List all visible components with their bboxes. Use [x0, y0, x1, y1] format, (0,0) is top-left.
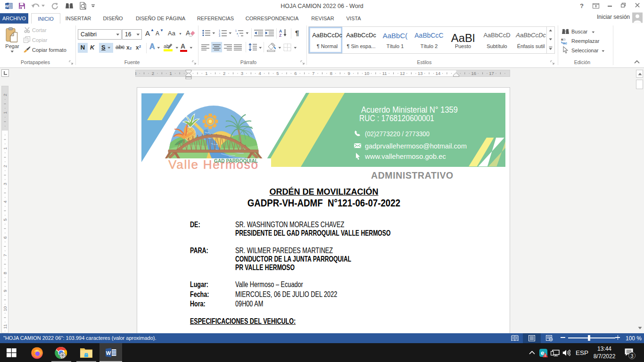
svg-text:2: 2	[152, 71, 154, 76]
svg-text:3: 3	[2, 183, 8, 185]
svg-text:9: 9	[348, 71, 350, 76]
svg-text:(02)2773220 / 2773300: (02)2773220 / 2773300	[365, 130, 429, 138]
svg-text:6: 6	[294, 71, 297, 76]
svg-text:7: 7	[2, 254, 8, 256]
svg-text:6: 6	[2, 236, 8, 239]
svg-text:8: 8	[330, 71, 332, 76]
svg-text:1: 1	[205, 71, 207, 76]
svg-text:www.vallehermoso.gob.ec: www.vallehermoso.gob.ec	[364, 152, 446, 160]
svg-text:11: 11	[2, 324, 8, 329]
svg-text:Acuerdo Ministerial N° 1359: Acuerdo Ministerial N° 1359	[361, 105, 458, 115]
svg-text:10: 10	[2, 306, 8, 312]
svg-text:5: 5	[2, 218, 8, 221]
svg-text:12: 12	[400, 71, 405, 76]
svg-text:Z: Z	[279, 33, 281, 37]
svg-text:4: 4	[2, 201, 8, 203]
svg-text:!: !	[545, 354, 546, 357]
svg-text:5: 5	[276, 71, 279, 76]
svg-text:1: 1	[2, 112, 8, 114]
svg-text:ac: ac	[563, 41, 567, 45]
svg-text:2: 2	[223, 71, 225, 76]
svg-text:3: 3	[219, 34, 220, 37]
svg-text:7: 7	[312, 71, 314, 76]
svg-text:gadprvallehermoso@hotmail.com: gadprvallehermoso@hotmail.com	[365, 142, 467, 150]
svg-text:8: 8	[2, 272, 8, 274]
svg-text:2: 2	[2, 165, 8, 167]
svg-text:11: 11	[382, 71, 387, 76]
svg-text:GAD PARROQUIAL: GAD PARROQUIAL	[214, 158, 258, 164]
svg-text:4: 4	[259, 71, 261, 76]
svg-text:9: 9	[2, 290, 8, 292]
svg-text:3: 3	[241, 71, 243, 76]
svg-text:17: 17	[489, 71, 494, 76]
svg-text:RUC : 1768120600001: RUC : 1768120600001	[359, 114, 434, 123]
svg-text:2: 2	[2, 94, 8, 96]
svg-text:10: 10	[364, 71, 370, 76]
svg-text:14: 14	[436, 71, 441, 76]
svg-text:1: 1	[170, 71, 172, 76]
svg-text:i: i	[238, 34, 239, 37]
svg-text:W: W	[106, 350, 111, 356]
svg-text:13: 13	[418, 71, 423, 76]
svg-text:16: 16	[471, 71, 476, 76]
svg-text:1: 1	[2, 147, 8, 149]
svg-text:3: 3	[135, 71, 136, 76]
